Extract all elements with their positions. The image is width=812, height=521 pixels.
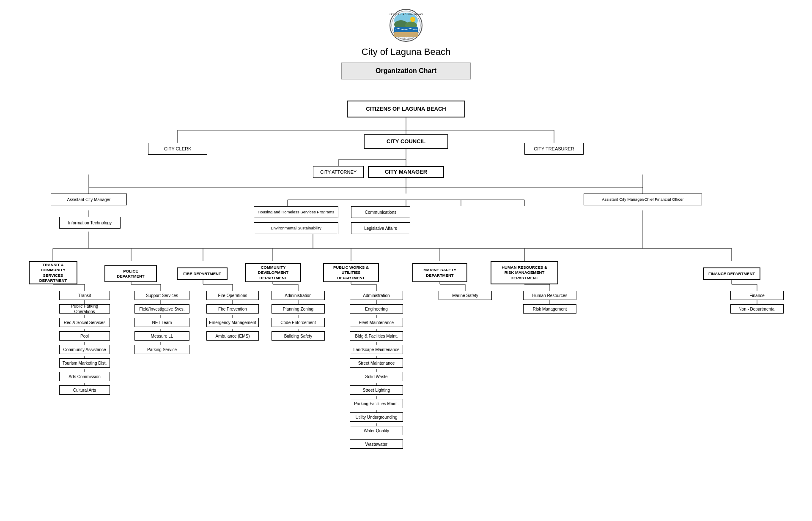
fire-sub-ambulance: Ambulance (EMS) bbox=[206, 331, 259, 341]
police-sub-field: Field/Investigative Svcs. bbox=[134, 304, 189, 314]
svg-text:CITY OF LAGUNA BEACH: CITY OF LAGUNA BEACH bbox=[389, 13, 423, 16]
pw-sub-fleet: Fleet Maintenance bbox=[350, 318, 403, 327]
pw-sub-water: Water Quality bbox=[350, 426, 403, 435]
comm-dev-sub-admin: Administration bbox=[272, 291, 325, 300]
communications-box: Communications bbox=[351, 206, 410, 218]
comm-dev-sub-building: Building Safety bbox=[272, 331, 325, 341]
marine-safety-dept-box: MARINE SAFETY DEPARTMENT bbox=[412, 263, 467, 282]
transit-sub-parking: Public Parking Operations bbox=[59, 304, 110, 314]
fire-dept-box: FIRE DEPARTMENT bbox=[177, 267, 228, 280]
police-sub-net: NET Team bbox=[134, 318, 189, 327]
finance-sub-nondept: Non - Departmental bbox=[730, 304, 784, 314]
city-council-box: CITY COUNCIL bbox=[364, 134, 448, 149]
svg-point-6 bbox=[410, 17, 415, 22]
marine-sub: Marine Safety bbox=[439, 291, 492, 300]
city-attorney-box: CITY ATTORNEY bbox=[313, 166, 364, 178]
hr-dept-box: HUMAN RESOURCES & RISK MANAGEMENT DEPART… bbox=[491, 261, 558, 284]
city-clerk-box: CITY CLERK bbox=[148, 143, 207, 155]
city-treasurer-box: CITY TREASURER bbox=[524, 143, 584, 155]
transit-sub-cultural: Cultural Arts bbox=[59, 385, 110, 395]
pw-sub-streetlight: Street Lighting bbox=[350, 385, 403, 395]
transit-sub-community: Community Assistance bbox=[59, 345, 110, 354]
page: CITY OF LAGUNA BEACH CALIFORNIA City of … bbox=[0, 0, 812, 481]
transit-sub-rec: Rec & Social Services bbox=[59, 318, 110, 327]
fire-sub-prevention: Fire Prevention bbox=[206, 304, 259, 314]
comm-dev-sub-code: Code Enforcement bbox=[272, 318, 325, 327]
finance-sub-finance: Finance bbox=[730, 291, 784, 300]
pw-sub-wastewater: Wastewater bbox=[350, 439, 403, 449]
fire-sub-operations: Fire Operations bbox=[206, 291, 259, 300]
finance-dept-box: FINANCE DEPARTMENT bbox=[703, 267, 760, 280]
pw-sub-admin: Administration bbox=[350, 291, 403, 300]
community-dev-box: COMMUNITY DEVELOPMENT DEPARTMENT bbox=[245, 263, 301, 282]
pw-sub-utility: Utility Undergrounding bbox=[350, 412, 403, 422]
pw-sub-bldg: Bldg & Facilities Maint. bbox=[350, 331, 403, 341]
org-chart: CITIZENS OF LAGUNA BEACH CITY CLERK CITY… bbox=[17, 92, 795, 472]
public-works-box: PUBLIC WORKS & UTILITIES DEPARTMENT bbox=[323, 263, 379, 282]
pw-sub-parking-fac: Parking Facilities Maint. bbox=[350, 399, 403, 408]
city-seal: CITY OF LAGUNA BEACH CALIFORNIA bbox=[389, 8, 423, 43]
pw-sub-engineering: Engineering bbox=[350, 304, 403, 314]
transit-sub-pool: Pool bbox=[59, 331, 110, 341]
svg-rect-7 bbox=[394, 32, 418, 37]
svg-text:CALIFORNIA: CALIFORNIA bbox=[398, 37, 413, 40]
citizens-box: CITIZENS OF LAGUNA BEACH bbox=[347, 101, 465, 117]
police-sub-measure: Measure LL bbox=[134, 331, 189, 341]
transit-sub-tourism: Tourism Marketing Dist. bbox=[59, 358, 110, 368]
comm-dev-sub-planning: Planning Zoning bbox=[272, 304, 325, 314]
police-sub-support: Support Services bbox=[134, 291, 189, 300]
connector-lines bbox=[17, 92, 795, 472]
fire-sub-emergency: Emergency Management bbox=[206, 318, 259, 327]
legislative-affairs-box: Legislative Affairs bbox=[351, 222, 410, 234]
svg-rect-5 bbox=[394, 27, 418, 33]
transit-sub-transit: Transit bbox=[59, 291, 110, 300]
pw-sub-landscape: Landscape Maintenance bbox=[350, 345, 403, 354]
pw-sub-solid: Solid Waste bbox=[350, 372, 403, 381]
transit-sub-arts: Arts Commission bbox=[59, 372, 110, 381]
env-sustainability-box: Environmental Sustainability bbox=[254, 222, 338, 234]
hr-sub-risk: Risk Management bbox=[523, 304, 576, 314]
city-title: City of Laguna Beach bbox=[362, 46, 450, 57]
police-dept-box: POLICE DEPARTMENT bbox=[104, 265, 157, 282]
pw-sub-street: Street Maintenance bbox=[350, 358, 403, 368]
info-tech-box: Information Technology bbox=[59, 217, 121, 229]
housing-box: Housing and Homeless Services Programs bbox=[254, 206, 338, 218]
city-manager-box: CITY MANAGER bbox=[368, 166, 444, 178]
org-chart-title-box: Organization Chart bbox=[341, 63, 471, 79]
hr-sub-hr: Human Resources bbox=[523, 291, 576, 300]
police-sub-parking: Parking Service bbox=[134, 345, 189, 354]
asst-city-manager-box: Assistant City Manager bbox=[51, 194, 127, 205]
asst-cm-cfo-box: Assistant City Manager/Chief Financial O… bbox=[584, 194, 702, 205]
transit-dept-box: TRANSIT & COMMUNITY SERVICES DEPARTMENT bbox=[29, 261, 77, 284]
